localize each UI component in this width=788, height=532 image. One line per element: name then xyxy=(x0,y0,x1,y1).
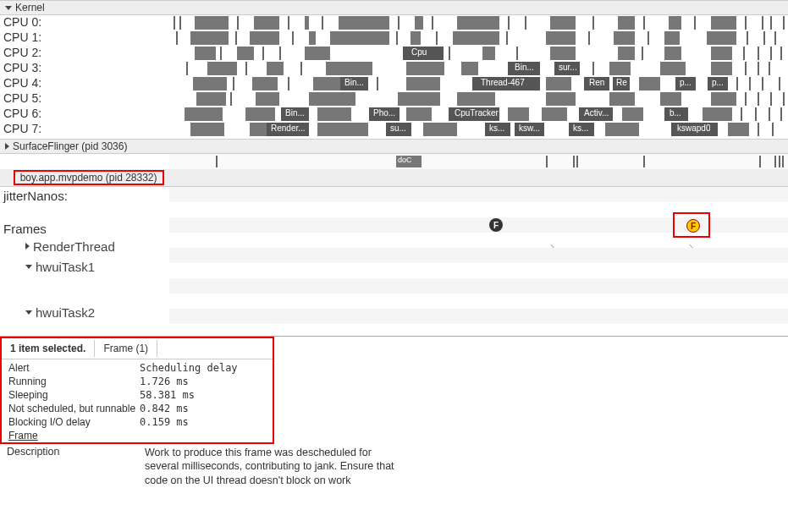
process-header[interactable]: boy.app.mvpdemo (pid 28332) xyxy=(0,169,788,187)
cpu-labels: CPU 0: CPU 1: CPU 2: CPU 3: CPU 4: CPU 5… xyxy=(0,15,169,139)
tab-selected[interactable]: 1 item selected. xyxy=(2,340,95,357)
cpu-row-4: Bin... Thread-467 Ren Re p... p... xyxy=(169,76,788,91)
bar-label-p1: p... xyxy=(680,78,692,87)
details-row-notscheduled: Not scheduled, but runnable 0.842 ms xyxy=(2,402,273,415)
cpu-row-0 xyxy=(169,15,788,30)
cpu-label-3[interactable]: CPU 3: xyxy=(0,61,169,76)
cpu-label-2[interactable]: CPU 2: xyxy=(0,46,169,61)
bar-label-b: b... xyxy=(670,108,681,118)
surfaceflinger-body: doC xyxy=(0,154,788,169)
bar-label-cputracker: CpuTracker xyxy=(455,108,499,118)
details-panel: 1 item selected. Frame (1) Alert Schedul… xyxy=(0,336,788,489)
surfaceflinger-title: SurfaceFlinger (pid 3036) xyxy=(13,140,127,152)
cpu-label-5[interactable]: CPU 5: xyxy=(0,91,169,107)
chevron-down-icon xyxy=(25,310,32,315)
kernel-header[interactable]: Kernel xyxy=(0,0,788,15)
cpu-graph[interactable]: Cpu Bin... sur... xyxy=(169,15,788,139)
thread-render[interactable]: RenderThread xyxy=(3,236,169,256)
thread-hwui2[interactable]: hwuiTask2 xyxy=(3,302,169,322)
details-row-frame-link[interactable]: Frame xyxy=(2,429,273,442)
bar-label-ksw: ksw... xyxy=(519,123,540,133)
details-row-sleeping: Sleeping 58.381 ms xyxy=(2,388,273,402)
chevron-down-icon xyxy=(25,265,32,269)
bar-label-bin3: Bin... xyxy=(285,108,305,118)
cpu-label-0[interactable]: CPU 0: xyxy=(0,15,169,30)
cpu-label-1[interactable]: CPU 1: xyxy=(0,30,169,46)
frame-marker-f-dark[interactable]: F xyxy=(489,218,503,232)
bar-label-p2: p... xyxy=(712,78,724,87)
cpu-row-2: Cpu xyxy=(169,46,788,61)
bar-label-re: Re xyxy=(616,78,627,87)
bar-label-bin2: Bin... xyxy=(344,78,364,87)
cpu-label-7[interactable]: CPU 7: xyxy=(0,122,169,137)
bar-label-bin: Bin... xyxy=(515,63,534,72)
thread-hwui1[interactable]: hwuiTask1 xyxy=(3,256,169,277)
cpu-row-5 xyxy=(169,91,788,107)
frame-marker-f-yellow[interactable]: F xyxy=(686,219,700,233)
tab-bar: 1 item selected. Frame (1) xyxy=(2,338,273,359)
bar-label-ks1: ks... xyxy=(489,123,504,133)
description-row: Description Work to produce this frame w… xyxy=(0,444,788,489)
bar-label-render: Render... xyxy=(271,123,306,133)
details-table: Alert Scheduling delay Running 1.726 ms … xyxy=(2,359,273,442)
bar-label-activ: Activ... xyxy=(584,108,609,118)
cpu-row-6: Bin... Pho... CpuTracker Activ... b... xyxy=(169,107,788,122)
kernel-body: CPU 0: CPU 1: CPU 2: CPU 3: CPU 4: CPU 5… xyxy=(0,15,788,139)
process-graph[interactable]: F F ⸜ ⸜ xyxy=(169,187,788,336)
frames-label[interactable]: Frames xyxy=(3,205,169,236)
bar-label-kswapd0: kswapd0 xyxy=(677,123,710,133)
kernel-title: Kernel xyxy=(15,2,45,14)
jitter-label[interactable]: jitterNanos: xyxy=(3,187,169,205)
process-title: boy.app.mvpdemo (pid 28332) xyxy=(20,172,157,184)
bar-label-thread: Thread-467 xyxy=(481,78,525,87)
sf-bar-doc[interactable]: doC xyxy=(396,156,422,167)
surfaceflinger-graph[interactable]: doC xyxy=(169,154,788,169)
bar-label-sur: sur... xyxy=(559,63,577,72)
details-row-alert: Alert Scheduling delay xyxy=(2,361,273,375)
process-body: jitterNanos: Frames RenderThread hwuiTas… xyxy=(0,187,788,336)
cpu-label-4[interactable]: CPU 4: xyxy=(0,76,169,91)
chevron-down-icon xyxy=(5,6,12,10)
cpu-row-1 xyxy=(169,30,788,46)
bar-label-ks2: ks... xyxy=(573,123,588,133)
chevron-right-icon xyxy=(25,243,30,250)
details-row-running: Running 1.726 ms xyxy=(2,375,273,388)
chevron-right-icon xyxy=(5,143,9,150)
cpu-row-7: Render... su... ks... ksw... ks... kswap… xyxy=(169,122,788,137)
cpu-row-3: Bin... sur... xyxy=(169,61,788,76)
bar-label-su: su... xyxy=(390,123,406,133)
details-row-blockingio: Blocking I/O delay 0.159 ms xyxy=(2,415,273,429)
tab-frame[interactable]: Frame (1) xyxy=(95,340,157,357)
bar-label-cpu: Cpu xyxy=(411,47,427,57)
bar-label-pho: Pho... xyxy=(373,108,395,118)
cpu-label-6[interactable]: CPU 6: xyxy=(0,107,169,122)
bar-label-ren: Ren xyxy=(589,78,604,87)
surfaceflinger-header[interactable]: SurfaceFlinger (pid 3036) xyxy=(0,139,788,154)
